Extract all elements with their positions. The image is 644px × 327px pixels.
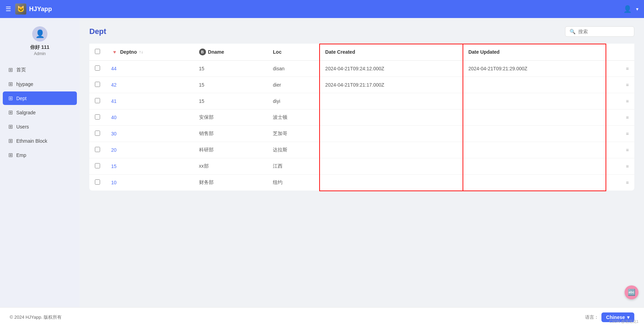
table-row: 42 15 dier 2024-04-21T09:21:17.000Z ≡: [89, 77, 634, 93]
td-dname: 科研部: [194, 142, 268, 158]
td-dname: xx部: [194, 158, 268, 175]
th-date-created-label: Date Created: [325, 49, 355, 55]
td-date-updated: [463, 93, 606, 109]
td-deptno: 42: [106, 77, 194, 93]
main-layout: 👤 你好 111 Admin ⊞ 首页 ⊞ hjypage ⊞ Dept ⊞ S…: [0, 18, 644, 307]
td-actions[interactable]: ≡: [606, 77, 634, 93]
user-icon[interactable]: 👤: [623, 5, 632, 13]
menu-icon[interactable]: ☰: [6, 5, 11, 13]
td-loc: 达拉斯: [267, 142, 320, 158]
sidebar-item-home[interactable]: ⊞ 首页: [3, 63, 77, 77]
sidebar-item-label-dept: Dept: [16, 96, 27, 101]
th-loc: Loc: [267, 44, 320, 61]
th-deptno[interactable]: ♥ Deptno ↑↓: [106, 44, 194, 61]
td-actions[interactable]: ≡: [606, 61, 634, 77]
td-deptno: 10: [106, 175, 194, 191]
dept-table: ♥ Deptno ↑↓ B Dname Loc: [89, 44, 634, 191]
search-box[interactable]: 🔍: [565, 26, 634, 37]
td-deptno: 20: [106, 142, 194, 158]
dept-icon: ⊞: [8, 95, 13, 101]
avatar: 👤: [32, 26, 47, 42]
ethmain-icon: ⊞: [8, 138, 13, 144]
td-date-updated: [463, 142, 606, 158]
table-body: 44 15 disan 2024-04-21T09:24:12.000Z 202…: [89, 61, 634, 191]
td-date-created: 2024-04-21T09:24:12.000Z: [320, 61, 463, 77]
sidebar-item-dept[interactable]: ⊞ Dept: [3, 91, 77, 105]
th-dname-label: Dname: [208, 49, 224, 55]
td-deptno: 30: [106, 126, 194, 142]
table-container: ♥ Deptno ↑↓ B Dname Loc: [89, 44, 634, 191]
sidebar-item-label-hjypage: hjypage: [16, 81, 33, 87]
th-date-updated-label: Date Updated: [468, 49, 500, 55]
td-actions[interactable]: ≡: [606, 109, 634, 126]
td-dname: 财务部: [194, 175, 268, 191]
sidebar-item-hjypage[interactable]: ⊞ hjypage: [3, 77, 77, 91]
sort-icon[interactable]: ↑↓: [139, 50, 143, 54]
sidebar-item-label-emp: Emp: [16, 152, 26, 158]
sidebar-profile: 👤 你好 111 Admin: [0, 24, 80, 63]
table-row: 30 销售部 芝加哥 ≡: [89, 126, 634, 142]
td-actions[interactable]: ≡: [606, 93, 634, 109]
b-icon: B: [199, 48, 206, 55]
row-checkbox[interactable]: [95, 114, 100, 120]
row-checkbox[interactable]: [95, 147, 100, 152]
td-dname: 15: [194, 93, 268, 109]
home-icon: ⊞: [8, 67, 13, 73]
td-actions[interactable]: ≡: [606, 175, 634, 191]
row-checkbox[interactable]: [95, 65, 100, 71]
sidebar-item-label-ethmain: Ethmain Block: [16, 138, 47, 144]
td-date-created: [320, 158, 463, 175]
row-checkbox[interactable]: [95, 179, 100, 185]
sidebar-item-users[interactable]: ⊞ Users: [3, 120, 77, 133]
logo-image: 🐱: [15, 3, 26, 15]
td-dname: 15: [194, 77, 268, 93]
content-area: Dept 🔍 ♥ Deptno: [80, 18, 644, 307]
td-actions[interactable]: ≡: [606, 158, 634, 175]
sidebar-item-salgrade[interactable]: ⊞ Salgrade: [3, 106, 77, 119]
td-deptno: 15: [106, 158, 194, 175]
th-deptno-label: Deptno: [120, 49, 137, 55]
td-date-created: [320, 126, 463, 142]
table-row: 10 财务部 纽约 ≡: [89, 175, 634, 191]
td-loc: 波士顿: [267, 109, 320, 126]
footer: © 2024 HJYapp. 版权所有 语言： Chinese ▾: [0, 307, 644, 327]
td-checkbox: [89, 61, 106, 77]
td-checkbox: [89, 93, 106, 109]
table-header-row: ♥ Deptno ↑↓ B Dname Loc: [89, 44, 634, 61]
sidebar-username: 你好 111: [30, 44, 49, 51]
search-input[interactable]: [578, 29, 630, 34]
select-all-checkbox[interactable]: [95, 49, 100, 54]
translate-fab[interactable]: 🔤: [625, 285, 638, 299]
td-date-updated: 2024-04-21T09:21:29.000Z: [463, 61, 606, 77]
td-dname: 销售部: [194, 126, 268, 142]
watermark: CSDN @花花花1: [609, 319, 638, 324]
td-checkbox: [89, 126, 106, 142]
sidebar-item-ethmain[interactable]: ⊞ Ethmain Block: [3, 134, 77, 148]
th-checkbox: [89, 44, 106, 61]
td-checkbox: [89, 77, 106, 93]
emp-icon: ⊞: [8, 152, 13, 158]
row-checkbox[interactable]: [95, 131, 100, 136]
topbar: ☰ 🐱 HJYapp 👤 ▾: [0, 0, 644, 18]
table-row: 41 15 diyi ≡: [89, 93, 634, 109]
td-checkbox: [89, 142, 106, 158]
row-checkbox[interactable]: [95, 163, 100, 168]
td-date-updated: [463, 77, 606, 93]
td-date-updated: [463, 175, 606, 191]
users-icon: ⊞: [8, 123, 13, 130]
salgrade-icon: ⊞: [8, 109, 13, 116]
td-actions[interactable]: ≡: [606, 142, 634, 158]
row-checkbox[interactable]: [95, 82, 100, 87]
table-row: 44 15 disan 2024-04-21T09:24:12.000Z 202…: [89, 61, 634, 77]
sidebar-item-label-salgrade: Salgrade: [16, 110, 36, 115]
user-chevron-icon[interactable]: ▾: [636, 6, 638, 12]
sidebar-item-emp[interactable]: ⊞ Emp: [3, 148, 77, 162]
heart-icon: ♥: [111, 48, 118, 55]
td-date-created: [320, 93, 463, 109]
th-date-updated: Date Updated: [463, 44, 606, 61]
td-actions[interactable]: ≡: [606, 126, 634, 142]
th-loc-label: Loc: [273, 49, 281, 55]
td-dname: 安保部: [194, 109, 268, 126]
row-checkbox[interactable]: [95, 98, 100, 103]
sidebar-item-label-users: Users: [16, 124, 29, 130]
